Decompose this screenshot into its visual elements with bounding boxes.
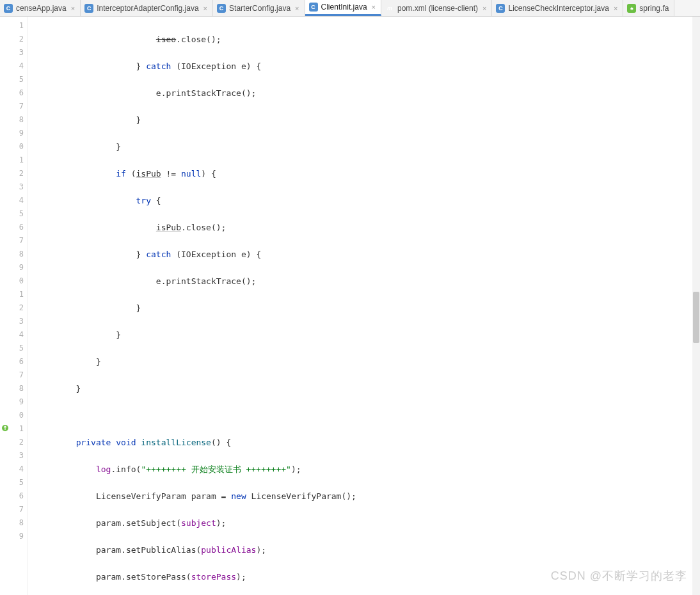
line-number: 7 bbox=[0, 100, 28, 113]
line-number: 3 bbox=[0, 180, 28, 194]
override-icon[interactable] bbox=[1, 424, 9, 432]
code-line: param.setPublicAlias(publicAlias); bbox=[28, 543, 700, 557]
code-line bbox=[28, 409, 700, 422]
maven-icon: m bbox=[385, 4, 394, 13]
tab-label: censeApp.java bbox=[16, 4, 67, 13]
code-line: e.printStackTrace(); bbox=[28, 86, 700, 100]
line-number: 2 bbox=[0, 167, 28, 180]
close-icon[interactable]: × bbox=[614, 4, 617, 12]
tab-label: InterceptorAdapterConfig.java bbox=[97, 4, 198, 13]
line-number: 8 bbox=[0, 248, 28, 261]
tab-license-check-interceptor[interactable]: CLicenseCheckInterceptor.java× bbox=[492, 0, 623, 16]
java-class-icon: C bbox=[496, 4, 505, 13]
line-number: 4 bbox=[0, 328, 28, 342]
java-class-icon: C bbox=[309, 3, 318, 12]
tab-label: ClientInit.java bbox=[321, 3, 367, 12]
line-number: 8 bbox=[0, 516, 28, 530]
code-line: param.setSubject(subject); bbox=[28, 516, 700, 530]
code-line: } catch (IOException e) { bbox=[28, 60, 700, 73]
line-number: 1 bbox=[0, 19, 28, 33]
tab-label: StarterConfig.java bbox=[229, 4, 290, 13]
line-number: 0 bbox=[0, 409, 28, 422]
code-line: param.setStorePass(storePass); bbox=[28, 570, 700, 583]
tab-label: pom.xml (license-client) bbox=[397, 4, 478, 13]
code-line: log.info("++++++++ 开始安装证书 ++++++++"); bbox=[28, 463, 700, 476]
line-number: 6 bbox=[0, 489, 28, 503]
code-line: } bbox=[28, 301, 700, 315]
line-number: 9 bbox=[0, 530, 28, 543]
line-number: 1 bbox=[0, 288, 28, 301]
java-class-icon: C bbox=[217, 4, 226, 13]
line-number: 4 bbox=[0, 60, 28, 73]
code-line: } bbox=[28, 328, 700, 342]
spring-icon: ♠ bbox=[627, 4, 636, 13]
line-number: 2 bbox=[0, 301, 28, 315]
line-number: 6 bbox=[0, 86, 28, 100]
tab-pom-xml[interactable]: mpom.xml (license-client)× bbox=[381, 0, 492, 16]
line-number: 2 bbox=[0, 436, 28, 449]
close-icon[interactable]: × bbox=[203, 4, 207, 12]
code-line: } bbox=[28, 140, 700, 154]
tab-censeapp[interactable]: CcenseApp.java× bbox=[0, 0, 81, 16]
line-number: 5 bbox=[0, 207, 28, 221]
line-number: 7 bbox=[0, 503, 28, 516]
close-icon[interactable]: × bbox=[71, 4, 75, 12]
java-class-icon: C bbox=[84, 4, 93, 13]
close-icon[interactable]: × bbox=[295, 4, 299, 12]
close-icon[interactable]: × bbox=[482, 4, 486, 12]
java-class-icon: C bbox=[4, 4, 13, 13]
line-number: 3 bbox=[0, 315, 28, 328]
line-number: 5 bbox=[0, 476, 28, 489]
code-line: } bbox=[28, 382, 700, 395]
code-line: private void installLicense() { bbox=[28, 436, 700, 449]
line-number: 5 bbox=[0, 73, 28, 86]
tab-label: LicenseCheckInterceptor.java bbox=[508, 4, 609, 13]
vertical-scrollbar[interactable] bbox=[692, 17, 700, 595]
line-number: 3 bbox=[0, 449, 28, 463]
tab-interceptor-adapter-config[interactable]: CInterceptorAdapterConfig.java× bbox=[81, 0, 213, 16]
code-line: iseo.close(); bbox=[28, 33, 700, 46]
editor-area: 1 2 3 4 5 6 7 8 9 0 1 2 3 4 5 6 7 8 9 0 … bbox=[0, 17, 700, 595]
tab-starter-config[interactable]: CStarterConfig.java× bbox=[213, 0, 305, 16]
code-line: try { bbox=[28, 194, 700, 207]
line-number-gutter: 1 2 3 4 5 6 7 8 9 0 1 2 3 4 5 6 7 8 9 0 … bbox=[0, 17, 28, 595]
code-line: if (isPub != null) { bbox=[28, 167, 700, 180]
code-line: } bbox=[28, 113, 700, 127]
line-number: 5 bbox=[0, 342, 28, 355]
editor-tabs: CcenseApp.java× CInterceptorAdapterConfi… bbox=[0, 0, 700, 17]
line-number: 2 bbox=[0, 33, 28, 46]
line-number: 7 bbox=[0, 369, 28, 382]
code-editor[interactable]: iseo.close(); } catch (IOException e) { … bbox=[28, 17, 700, 595]
code-line: isPub.close(); bbox=[28, 221, 700, 234]
line-number: 0 bbox=[0, 274, 28, 288]
line-number: 8 bbox=[0, 113, 28, 127]
line-number: 1 bbox=[0, 154, 28, 167]
code-line: } bbox=[28, 355, 700, 369]
code-line: e.printStackTrace(); bbox=[28, 274, 700, 288]
tab-client-init[interactable]: CClientInit.java× bbox=[305, 0, 381, 16]
line-number: 7 bbox=[0, 234, 28, 248]
line-number: 9 bbox=[0, 127, 28, 140]
line-number: 8 bbox=[0, 382, 28, 395]
code-line: LicenseVerifyParam param = new LicenseVe… bbox=[28, 489, 700, 503]
scrollbar-thumb[interactable] bbox=[693, 292, 699, 343]
tab-label: spring.fa bbox=[639, 4, 669, 13]
line-number: 1 bbox=[0, 422, 28, 436]
line-number: 0 bbox=[0, 140, 28, 154]
line-number: 9 bbox=[0, 261, 28, 274]
line-number: 3 bbox=[0, 46, 28, 60]
line-number: 9 bbox=[0, 395, 28, 409]
close-icon[interactable]: × bbox=[372, 3, 376, 11]
code-line: } catch (IOException e) { bbox=[28, 248, 700, 261]
line-number: 4 bbox=[0, 194, 28, 207]
line-number: 4 bbox=[0, 463, 28, 476]
line-number: 6 bbox=[0, 221, 28, 234]
line-number: 6 bbox=[0, 355, 28, 369]
tab-spring-factories[interactable]: ♠spring.fa bbox=[623, 0, 674, 16]
